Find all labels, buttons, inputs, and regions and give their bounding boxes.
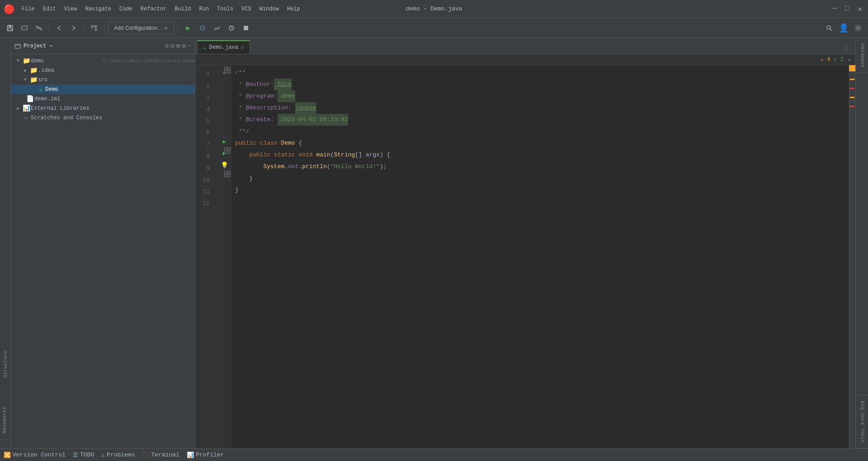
minimize-button[interactable]: ─ [830, 5, 839, 14]
code-line-8: public static void main(String[] args) { [235, 149, 849, 161]
maximize-button[interactable]: □ [843, 5, 852, 14]
tree-item-idea[interactable]: ▶ 📁 .idea [11, 66, 195, 75]
arrow-idea: ▶ [22, 68, 29, 73]
collapse-all-button[interactable]: ⊟ [170, 42, 174, 50]
code-line-6: **/ [235, 126, 849, 137]
code-content[interactable]: /** * @author: Slcp * @program: demo * @… [231, 65, 849, 448]
svg-point-9 [827, 26, 830, 29]
bigdata-tab[interactable]: Big Data Tools [856, 395, 868, 448]
user-avatar[interactable]: 👤 [837, 22, 850, 34]
menu-file[interactable]: File [18, 4, 38, 14]
svg-rect-1 [9, 25, 11, 28]
scope-button[interactable]: ⊙ [165, 42, 169, 50]
menu-edit[interactable]: Edit [39, 4, 60, 14]
vc-label: Version Control [13, 452, 66, 458]
structure-tab[interactable]: Structure [1, 345, 10, 383]
menu-view[interactable]: View [61, 4, 81, 14]
run-gutter-icon-7[interactable]: ▶ [222, 138, 226, 145]
expand-settings-button[interactable]: ⊞ [176, 42, 180, 50]
tree-item-demo-java[interactable]: ☕ Demo [11, 85, 195, 94]
panel-controls: ⊙ ⊟ ⊞ ⚙ − [165, 42, 191, 50]
toolbar-separator-4 [178, 24, 178, 33]
run-button[interactable]: ▶ [182, 22, 194, 34]
menu-help[interactable]: Help [283, 4, 304, 14]
menu-refactor[interactable]: Refactor [137, 4, 170, 14]
sync-button[interactable] [33, 22, 45, 34]
warning-count[interactable]: ⚠ 4 [821, 56, 830, 63]
tree-item-scratches[interactable]: ✏️ Scratches and Consoles [11, 113, 195, 122]
back-button[interactable] [53, 22, 66, 34]
search-everywhere-button[interactable] [823, 22, 835, 34]
tab-demo-java[interactable]: ☕ Demo.java ✕ [197, 40, 250, 54]
tree-item-src[interactable]: ▼ 📁 src [11, 75, 195, 85]
svg-point-11 [857, 27, 859, 29]
error-stripe-top-indicator [849, 65, 855, 71]
vc-icon: 🔀 [4, 452, 11, 459]
app-logo: 🔴 [4, 4, 14, 14]
panel-minimize-button[interactable]: − [188, 42, 191, 50]
todo-tab[interactable]: ☰ TODO [73, 452, 94, 459]
code-line-9: System.out.println("Hello World!"); [235, 161, 849, 173]
ok-count[interactable]: ✓ 2 [834, 56, 844, 63]
menu-code[interactable]: Code [116, 4, 136, 14]
menu-navigate[interactable]: Navigate [81, 4, 115, 14]
right-panel-middle [856, 73, 868, 395]
profiler-tab[interactable]: 📊 Profiler [187, 452, 224, 459]
menu-tools[interactable]: Tools [213, 4, 237, 14]
fold-widget-8[interactable]: − [224, 147, 231, 154]
tab-more-button[interactable]: ⋮ [839, 45, 854, 54]
tree-item-demo-iml[interactable]: 📄 demo.iml [11, 94, 195, 103]
fold-widget-1[interactable]: − [224, 67, 231, 73]
line-numbers: 1 2 3 4 5 6 7 8 9 10 11 12 [195, 65, 217, 448]
profiler-icon: 📊 [187, 452, 194, 459]
menu-vcs[interactable]: VCS [238, 4, 255, 14]
project-dropdown-icon[interactable] [49, 44, 53, 48]
open-button[interactable] [18, 22, 31, 34]
toolbar-separator-3 [104, 24, 104, 33]
close-button[interactable]: ✕ [855, 5, 864, 14]
menu-run[interactable]: Run [195, 4, 212, 14]
titlebar: 🔴 File Edit View Navigate Code Refactor … [0, 0, 868, 18]
code-line-4: * @description: javase [235, 102, 849, 114]
project-folder-icon: 📁 [22, 57, 31, 65]
src-label: src [38, 77, 195, 83]
add-configuration-button[interactable]: Add Configuration... [108, 22, 174, 34]
save-button[interactable] [4, 22, 16, 34]
tab-close-button[interactable]: ✕ [241, 45, 244, 51]
coverage-button[interactable] [211, 22, 223, 34]
tree-item-external-libs[interactable]: ▶ 📊 External Libraries [11, 103, 195, 113]
code-editor[interactable]: 1 2 3 4 5 6 7 8 9 10 11 12 ⊟ [195, 65, 855, 448]
settings-button[interactable] [852, 22, 864, 34]
database-tab[interactable]: Database [856, 38, 868, 73]
menu-window[interactable]: Window [256, 4, 283, 14]
editor-area: ☕ Demo.java ✕ ⋮ ⚠ 4 ✓ 2 1 2 3 [195, 38, 855, 448]
root-path: C:\Users\dell\IdeaProjects\demo [102, 58, 195, 64]
tab-filename: Demo.java [209, 44, 238, 51]
version-control-tab[interactable]: 🔀 Version Control [4, 452, 66, 459]
project-tree: ▼ 📁 demo C:\Users\dell\IdeaProjects\demo… [11, 54, 195, 448]
menu-build[interactable]: Build [171, 4, 194, 14]
tree-item-root[interactable]: ▼ 📁 demo C:\Users\dell\IdeaProjects\demo [11, 56, 195, 66]
tab-bar: ☕ Demo.java ✕ ⋮ [195, 38, 855, 54]
profile-button[interactable] [225, 22, 238, 34]
root-label: demo [31, 58, 100, 64]
bottom-area: 🔀 Version Control ☰ TODO ⚠ Problems ⬛ Te… [0, 448, 868, 461]
bookmarks-tab[interactable]: Bookmarks [0, 401, 10, 439]
forward-button[interactable] [67, 22, 80, 34]
idea-folder-icon: 📁 [29, 66, 38, 74]
panel-settings-button[interactable]: ⚙ [182, 42, 185, 50]
terminal-tab[interactable]: ⬛ Terminal [142, 452, 179, 459]
debug-button[interactable] [196, 22, 209, 34]
editor-toolbar: ⚠ 4 ✓ 2 [195, 54, 855, 65]
fold-widget-10[interactable]: − [224, 171, 231, 177]
stop-button[interactable] [240, 22, 252, 34]
problems-tab[interactable]: ⚠ Problems [101, 452, 135, 459]
stripe-warning-2 [850, 97, 854, 98]
git-button[interactable] [88, 22, 100, 34]
code-line-5: * @create: 2022-04-01 09:33:42 [235, 114, 849, 126]
config-label: Add Configuration... [114, 25, 162, 31]
editor-collapse-icon[interactable] [847, 57, 852, 62]
bulb-icon-9[interactable]: 💡 [221, 161, 228, 169]
code-line-10: } [235, 173, 849, 184]
todo-label: TODO [80, 452, 94, 458]
